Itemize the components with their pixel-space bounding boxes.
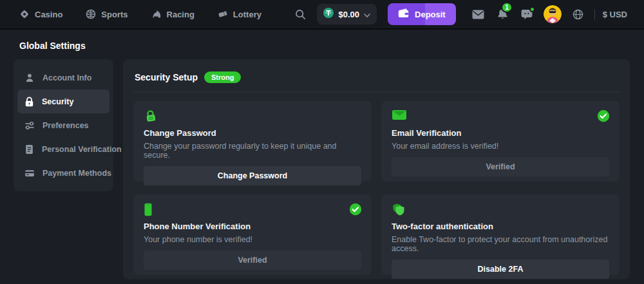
bell-icon[interactable]: 1: [497, 8, 508, 20]
change-password-button[interactable]: Change Password: [144, 166, 361, 185]
card-description: Your email address is verified!: [392, 142, 609, 151]
email-verified-button[interactable]: Verified: [392, 157, 609, 176]
security-setup-panel: Security Setup Strong Change Password Ch…: [123, 59, 630, 279]
nav-label: Sports: [101, 10, 128, 19]
card-title: Phone Number Verification: [144, 222, 361, 231]
notification-badge: 1: [501, 2, 513, 13]
disable-2fa-button[interactable]: Disable 2FA: [392, 260, 609, 279]
card-title: Email Verification: [392, 128, 609, 138]
balance-selector[interactable]: $0.00: [317, 4, 377, 24]
document-icon: [24, 144, 34, 155]
chat-online-dot: [529, 6, 535, 12]
sidebar-item-personal-verification[interactable]: Personal Verification: [17, 137, 109, 161]
sidebar-item-label: Security: [42, 97, 73, 106]
two-factor-card: Two-factor authentication Enable Two-fac…: [381, 194, 620, 275]
topbar: Casino Sports Racing Lottery: [0, 0, 644, 30]
racing-icon: [151, 9, 162, 19]
nav-label: Racing: [167, 10, 194, 19]
card-description: Your phone number is verified!: [144, 235, 361, 244]
double-shield-icon: [392, 203, 609, 216]
section-title: Security Setup: [135, 72, 198, 82]
topbar-right: $0.00 Deposit 1: [295, 3, 627, 25]
card-description: Enable Two-factor to protect your accoun…: [392, 235, 609, 253]
tether-coin-icon: [323, 8, 334, 21]
chat-icon[interactable]: [521, 9, 533, 20]
nav-item-sports[interactable]: Sports: [86, 9, 128, 19]
deposit-button[interactable]: Deposit: [388, 3, 456, 25]
page-title: Global Settings: [19, 41, 630, 51]
casino-icon: [19, 9, 30, 19]
nav-item-casino[interactable]: Casino: [19, 9, 62, 19]
card-icon: [24, 168, 35, 178]
sidebar-item-payment-methods[interactable]: Payment Methods: [17, 161, 109, 185]
security-setup-header: Security Setup Strong: [133, 68, 620, 92]
nav-label: Lottery: [233, 10, 261, 19]
wallet-icon: [398, 8, 409, 20]
sidebar-item-security[interactable]: Security: [17, 90, 109, 113]
globe-icon[interactable]: [573, 9, 583, 20]
sports-icon: [86, 9, 96, 19]
nav-item-lottery[interactable]: Lottery: [218, 9, 261, 19]
main-nav: Casino Sports Racing Lottery: [19, 9, 261, 19]
email-verification-card: Email Verification Your email address is…: [381, 101, 620, 182]
card-title: Change Password: [144, 128, 361, 138]
balance-amount: $0.00: [338, 10, 359, 19]
currency-selector[interactable]: $ USD: [603, 10, 627, 19]
sidebar-item-label: Personal Verification: [42, 145, 122, 154]
sidebar-item-label: Payment Methods: [43, 169, 111, 178]
lottery-icon: [218, 9, 228, 19]
nav-label: Casino: [35, 10, 62, 19]
card-title: Two-factor authentication: [392, 222, 609, 231]
security-cards: Change Password Change your password reg…: [133, 101, 620, 275]
card-description: Change your password regularly to keep i…: [144, 142, 361, 160]
verified-check-icon: [597, 109, 610, 125]
envelope-icon: [392, 109, 609, 122]
verified-check-icon: [349, 203, 362, 218]
phone-verification-card: Phone Number Verification Your phone num…: [133, 194, 372, 275]
chevron-down-icon: [364, 8, 370, 20]
mail-icon[interactable]: [472, 10, 484, 19]
sidebar-item-label: Preferences: [43, 121, 89, 130]
currency-group: $ USD: [594, 9, 627, 19]
avatar[interactable]: [544, 5, 562, 23]
sidebar-item-preferences[interactable]: Preferences: [17, 113, 109, 137]
user-icon: [24, 73, 35, 83]
deposit-label: Deposit: [415, 10, 446, 19]
search-icon[interactable]: [295, 9, 306, 20]
lock-icon: [24, 97, 34, 107]
sidebar-item-account-info[interactable]: Account Info: [17, 66, 109, 90]
phone-icon: [144, 203, 361, 216]
phone-verified-button[interactable]: Verified: [144, 251, 361, 270]
divider: [594, 9, 595, 19]
settings-page: Global Settings Account Info Security Pr: [0, 41, 644, 279]
settings-sidebar: Account Info Security Preferences Person…: [14, 59, 113, 191]
preferences-icon: [24, 120, 35, 131]
sidebar-item-label: Account Info: [43, 73, 91, 82]
change-password-card: Change Password Change your password reg…: [133, 101, 372, 182]
padlock-icon: [144, 109, 361, 122]
security-strength-badge: Strong: [204, 71, 241, 83]
nav-item-racing[interactable]: Racing: [151, 9, 194, 19]
